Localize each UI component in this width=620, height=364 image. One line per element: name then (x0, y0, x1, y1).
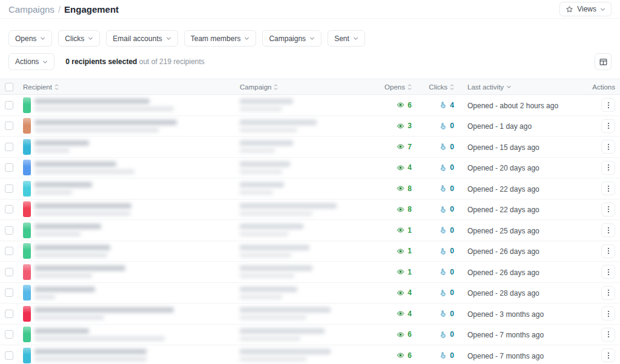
recipient-cell[interactable] (23, 181, 240, 197)
row-checkbox[interactable] (5, 163, 13, 172)
row-checkbox[interactable] (5, 268, 13, 276)
row-actions-button[interactable] (601, 286, 615, 300)
recipient-cell[interactable] (23, 348, 240, 363)
actions-row: Actions 0 recipients selected out of 219… (8, 53, 612, 70)
row-checkbox[interactable] (5, 351, 13, 360)
campaign-cell[interactable] (240, 203, 380, 216)
filter-button-team-members[interactable]: Team members (184, 30, 257, 47)
eye-icon (397, 331, 404, 339)
filter-button-email-accounts[interactable]: Email accounts (106, 30, 177, 47)
table-row: 4 0 Opened - 20 days ago (0, 158, 620, 179)
opens-count: 3 (407, 122, 412, 130)
last-activity: Opened - 20 days ago (467, 164, 539, 172)
recipient-cell[interactable] (23, 139, 240, 155)
recipient-cell[interactable] (23, 327, 240, 342)
clicks-count: 0 (450, 163, 454, 172)
campaign-cell[interactable] (240, 120, 380, 132)
opens-cell: 4 (380, 310, 412, 318)
recipient-cell[interactable] (23, 285, 240, 301)
row-actions-button[interactable] (601, 328, 615, 342)
recipient-cell[interactable] (23, 160, 240, 175)
clicks-count: 0 (450, 288, 454, 297)
recipient-cell[interactable] (23, 223, 240, 238)
breadcrumb-campaigns[interactable]: Campaigns (8, 4, 54, 15)
views-button[interactable]: Views (559, 2, 612, 16)
recipient-cell[interactable] (23, 306, 240, 322)
filter-button-opens[interactable]: Opens (8, 30, 52, 47)
clicks-count: 4 (450, 101, 454, 109)
campaign-cell[interactable] (240, 245, 380, 258)
row-actions-button[interactable] (601, 203, 615, 216)
chevron-down-icon (244, 36, 249, 41)
row-actions-button[interactable] (601, 98, 615, 112)
campaign-cell[interactable] (240, 182, 380, 195)
opens-count: 6 (407, 330, 412, 339)
header-opens[interactable]: Opens (380, 83, 412, 91)
kebab-menu-icon (605, 227, 612, 234)
header-last-activity[interactable]: Last activity (454, 83, 586, 91)
row-actions-button[interactable] (601, 244, 615, 258)
row-checkbox[interactable] (5, 205, 13, 213)
header-campaign[interactable]: Campaign (240, 83, 380, 91)
row-checkbox[interactable] (5, 330, 13, 339)
header-clicks[interactable]: Clicks (412, 83, 454, 91)
row-checkbox[interactable] (5, 288, 13, 297)
avatar (23, 160, 31, 175)
recipient-cell[interactable] (23, 201, 240, 217)
filters-row: Opens Clicks Email accounts Team members… (8, 30, 612, 47)
row-checkbox[interactable] (5, 143, 13, 151)
header-recipient[interactable]: Recipient (23, 83, 240, 91)
filter-button-campaigns[interactable]: Campaigns (262, 30, 322, 47)
row-actions-button[interactable] (601, 348, 615, 362)
column-settings-button[interactable] (595, 53, 612, 70)
clicks-cell: 0 (412, 310, 454, 318)
filter-button-sent[interactable]: Sent (328, 30, 365, 47)
chevron-down-icon (88, 36, 93, 41)
campaign-cell[interactable] (240, 140, 380, 153)
recipient-cell[interactable] (23, 264, 240, 280)
campaign-cell[interactable] (240, 99, 380, 111)
campaign-cell[interactable] (240, 265, 380, 278)
row-actions-button[interactable] (601, 161, 615, 175)
campaign-cell[interactable] (240, 287, 380, 299)
campaign-cell[interactable] (240, 349, 380, 362)
opens-count: 8 (407, 205, 412, 213)
clicks-count: 0 (450, 143, 454, 151)
recipient-cell[interactable] (23, 97, 240, 113)
tap-click-icon (439, 122, 447, 130)
clicks-cell: 0 (412, 330, 454, 339)
table-row: 4 0 Opened - 3 months ago (0, 304, 620, 325)
recipient-cell[interactable] (23, 118, 240, 134)
last-activity: Opened - 3 months ago (467, 310, 544, 319)
last-activity-cell: Opened - 22 days ago (454, 183, 586, 194)
row-checkbox[interactable] (5, 122, 13, 130)
row-checkbox[interactable] (5, 101, 13, 109)
row-actions-button[interactable] (601, 119, 615, 133)
row-actions-button[interactable] (601, 140, 615, 154)
row-actions-button[interactable] (601, 307, 615, 320)
tap-click-icon (439, 206, 447, 213)
last-activity: Opened - 22 days ago (467, 185, 539, 193)
redacted-campaign-name (240, 265, 312, 271)
avatar (23, 348, 31, 363)
actions-button[interactable]: Actions (8, 53, 54, 70)
row-checkbox[interactable] (5, 184, 13, 193)
row-actions-button[interactable] (601, 181, 615, 195)
redacted-campaign-detail (240, 148, 275, 153)
campaign-cell[interactable] (240, 161, 380, 174)
eye-icon (397, 206, 404, 213)
row-actions-button[interactable] (601, 223, 615, 237)
row-actions-button[interactable] (601, 265, 615, 279)
campaign-cell[interactable] (240, 307, 380, 320)
redacted-campaign-detail (240, 232, 288, 236)
recipient-cell[interactable] (23, 243, 240, 259)
row-checkbox[interactable] (5, 226, 13, 235)
campaign-cell[interactable] (240, 224, 380, 236)
row-checkbox[interactable] (5, 310, 13, 318)
select-all-checkbox[interactable] (5, 83, 13, 91)
row-checkbox[interactable] (5, 247, 13, 255)
kebab-menu-icon (605, 185, 612, 192)
filter-button-clicks[interactable]: Clicks (58, 30, 100, 47)
last-activity: Opened - 1 day ago (467, 122, 532, 131)
campaign-cell[interactable] (240, 328, 380, 341)
